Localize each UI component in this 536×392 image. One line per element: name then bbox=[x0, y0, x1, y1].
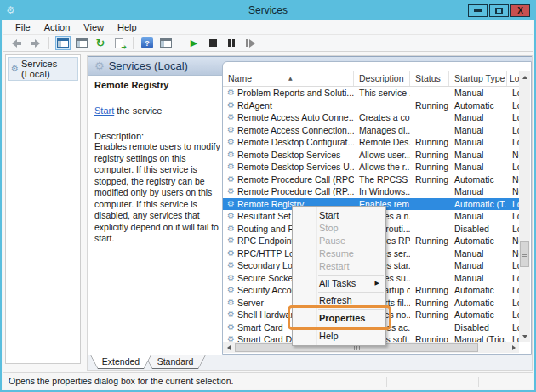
start-service-link[interactable]: Start bbox=[94, 105, 114, 116]
table-row[interactable]: ⚙Remote Procedure Call (RP...In Windows.… bbox=[223, 185, 519, 198]
status-text: Opens the properties dialog box for the … bbox=[9, 376, 233, 386]
description-cell: Allows user... bbox=[354, 149, 410, 162]
tab-extended[interactable]: Extended bbox=[90, 355, 151, 369]
vertical-scroll-thumb[interactable] bbox=[520, 241, 529, 267]
log-on-as-cell: Loc bbox=[507, 111, 519, 124]
service-name: Problem Reports and Soluti... bbox=[237, 87, 354, 99]
restart-service-button[interactable] bbox=[242, 36, 258, 50]
service-name: Remote Procedure Call (RPC) bbox=[237, 173, 354, 186]
description-cell bbox=[354, 99, 410, 112]
description-label: Description: bbox=[94, 131, 224, 141]
status-cell bbox=[410, 321, 449, 334]
back-button[interactable] bbox=[9, 36, 24, 50]
startup-type-cell: Manual bbox=[449, 247, 507, 260]
status-cell bbox=[410, 87, 449, 99]
refresh-button[interactable]: ↻ bbox=[93, 36, 108, 50]
column-header-name[interactable]: Name▲ bbox=[223, 71, 354, 86]
name-cell: ⚙Problem Reports and Soluti... bbox=[223, 87, 354, 99]
status-cell bbox=[410, 247, 449, 260]
scroll-up-icon[interactable] bbox=[519, 71, 530, 82]
context-menu-item-all-tasks[interactable]: All Tasks▶ bbox=[293, 277, 385, 290]
pause-service-button[interactable] bbox=[224, 36, 239, 50]
show-console-tree-button[interactable] bbox=[55, 36, 71, 50]
forward-arrow-icon bbox=[31, 39, 40, 48]
table-row[interactable]: ⚙RdAgentRunningAutomaticLoc bbox=[223, 99, 519, 112]
name-cell: ⚙RdAgent bbox=[223, 99, 354, 112]
description-cell: In Windows... bbox=[354, 185, 410, 198]
status-cell: Running bbox=[410, 99, 449, 112]
service-gear-icon: ⚙ bbox=[227, 261, 235, 270]
window-title: Services bbox=[2, 4, 534, 16]
menu-separator bbox=[318, 275, 384, 276]
menu-file[interactable]: File bbox=[9, 20, 37, 34]
export-list-button[interactable] bbox=[111, 36, 127, 50]
column-header-status[interactable]: Status bbox=[410, 71, 449, 86]
minimize-button[interactable] bbox=[468, 4, 488, 17]
log-on-as-cell: Loc bbox=[507, 309, 519, 321]
refresh-icon: ↻ bbox=[96, 37, 105, 49]
start-service-button[interactable]: ▶ bbox=[186, 36, 202, 50]
menu-action[interactable]: Action bbox=[37, 20, 77, 34]
startup-type-cell: Manual bbox=[449, 136, 507, 149]
maximize-button[interactable] bbox=[489, 4, 509, 17]
forward-button[interactable] bbox=[27, 36, 43, 50]
table-row[interactable]: ⚙Problem Reports and Soluti...This servi… bbox=[223, 87, 519, 99]
startup-type-cell: Disabled bbox=[449, 321, 507, 334]
main-area: ⚙ Services (Local) ⚙ Services (Local) Re… bbox=[3, 52, 533, 372]
menu-view[interactable]: View bbox=[77, 20, 111, 34]
show-action-pane-button[interactable] bbox=[158, 36, 174, 50]
context-menu-item-start[interactable]: Start bbox=[293, 209, 385, 222]
close-button[interactable]: X bbox=[510, 4, 530, 17]
startup-type-cell: Manual bbox=[449, 87, 507, 99]
menu-help[interactable]: Help bbox=[111, 20, 144, 34]
name-cell: ⚙Remote Access Auto Conne... bbox=[223, 111, 354, 124]
submenu-arrow-icon: ▶ bbox=[375, 277, 379, 290]
view-tabs: Extended Standard bbox=[88, 355, 532, 370]
scroll-down-icon[interactable] bbox=[519, 331, 530, 342]
description-cell: Remote Des... bbox=[354, 136, 410, 149]
toolbar-separator bbox=[48, 37, 49, 49]
tab-standard[interactable]: Standard bbox=[145, 355, 206, 369]
table-row[interactable]: ⚙Remote Desktop ServicesAllows user...Ru… bbox=[223, 149, 519, 162]
status-cell bbox=[410, 124, 449, 137]
scroll-left-icon[interactable] bbox=[223, 342, 234, 353]
table-row[interactable]: ⚙Remote Procedure Call (RPC)The RPCSS ..… bbox=[223, 173, 519, 186]
name-cell: ⚙Remote Desktop Services U... bbox=[223, 161, 354, 173]
stop-service-button[interactable] bbox=[205, 36, 220, 50]
log-on-as-cell: Net bbox=[507, 247, 519, 260]
name-cell: ⚙Remote Access Connection... bbox=[223, 124, 354, 137]
help-button[interactable]: ? bbox=[140, 36, 155, 50]
column-header-log-on-as[interactable]: Log bbox=[507, 71, 519, 86]
properties-toolbar-button[interactable] bbox=[74, 36, 89, 50]
title-bar[interactable]: ⚙ Services X bbox=[2, 2, 534, 20]
startup-type-cell: Manual bbox=[449, 124, 507, 137]
description-cell: Allows the r... bbox=[354, 161, 410, 173]
context-menu-item-help[interactable]: Help bbox=[293, 330, 385, 343]
scroll-right-icon[interactable] bbox=[508, 342, 519, 353]
tree-item-services-local[interactable]: ⚙ Services (Local) bbox=[8, 57, 78, 81]
service-gear-icon: ⚙ bbox=[227, 151, 235, 159]
startup-type-cell: Automatic bbox=[449, 99, 507, 112]
status-cell bbox=[410, 272, 449, 285]
service-gear-icon: ⚙ bbox=[227, 274, 235, 282]
log-on-as-cell: Loc bbox=[507, 161, 519, 173]
service-gear-icon: ⚙ bbox=[227, 138, 235, 146]
log-on-as-cell: Loc bbox=[507, 210, 519, 223]
table-row[interactable]: ⚙Remote Access Auto Conne...Creates a co… bbox=[223, 111, 519, 124]
column-header-description[interactable]: Description bbox=[354, 71, 410, 86]
service-name: Remote Access Connection... bbox=[237, 124, 354, 137]
menu-bar: File Action View Help bbox=[3, 20, 533, 35]
start-service-icon: ▶ bbox=[191, 37, 197, 48]
banner-title: Services (Local) bbox=[109, 60, 188, 72]
vertical-scrollbar[interactable] bbox=[519, 71, 530, 342]
maximize-icon bbox=[495, 8, 503, 14]
table-row[interactable]: ⚙Remote Desktop Services U...Allows the … bbox=[223, 161, 519, 173]
show-action-pane-icon bbox=[160, 38, 172, 48]
extended-info-panel: Remote Registry Start the service Descri… bbox=[94, 80, 224, 245]
startup-type-cell: Automatic (T... bbox=[449, 198, 507, 211]
column-header-startup-type[interactable]: Startup Type bbox=[449, 71, 507, 86]
log-on-as-cell: Loc bbox=[507, 321, 519, 334]
table-row[interactable]: ⚙Remote Access Connection...Manages di..… bbox=[223, 124, 519, 137]
table-row[interactable]: ⚙Remote Desktop Configurat...Remote Des.… bbox=[223, 136, 519, 149]
log-on-as-cell: Loc bbox=[507, 272, 519, 285]
